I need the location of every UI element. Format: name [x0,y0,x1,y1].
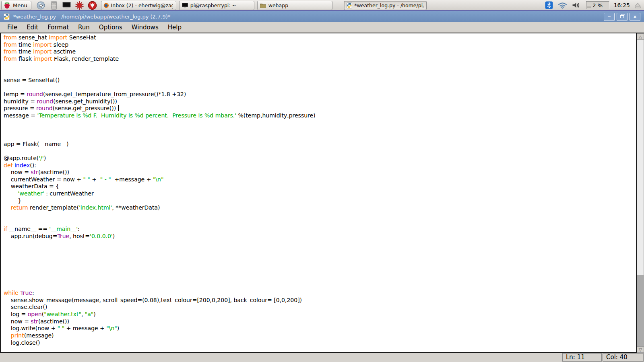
task-firefox-inbox[interactable]: Inbox (2) - ehertwig@zagros... [101,1,176,10]
close-button[interactable]: × [630,13,640,21]
code-line: if __name__ == '__main__': [4,226,636,233]
code-line: return render_template('index.html', **w… [4,204,636,212]
web-browser-icon[interactable] [36,0,46,10]
terminal-window-icon [182,2,188,9]
editor-area: from sense_hat import SenseHatfrom time … [0,33,644,353]
code-line [4,148,636,155]
clock[interactable]: 16:25 [614,2,630,8]
raspberry-pi-icon [3,2,11,9]
menu-options[interactable]: Options [95,24,126,31]
system-tray: 2 % 16:25 [545,1,644,9]
firefox-icon [103,2,109,9]
task-label: pi@raspberrypi: ~ [190,2,236,8]
code-line [4,276,636,283]
scrollbar-thumb[interactable] [637,40,644,275]
status-line-indicator: Ln: 11 [562,353,602,362]
cpu-usage-monitor[interactable]: 2 % [586,1,609,9]
code-line: currentWeather = now + " " + " - " +mess… [4,176,636,183]
python-file-icon [3,13,10,20]
minimize-button[interactable]: − [604,13,615,21]
statusbar: Ln: 11 Col: 40 [0,353,644,362]
code-line [4,119,636,127]
code-line [4,134,636,141]
file-manager-icon[interactable] [49,0,59,10]
code-line: from sense_hat import SenseHat [4,34,636,41]
window-title: *weather_log.py - /home/pi/webapp/weathe… [13,14,170,20]
code-line: def index(): [4,162,636,169]
code-line: print(message) [4,332,636,339]
code-line: from time import asctime [4,48,636,56]
code-line: sense = SenseHat() [4,77,636,84]
task-label: webapp [268,2,288,8]
code-line [4,70,636,77]
taskbar: Menu [0,0,644,11]
menu-help[interactable]: Help [164,24,186,31]
code-line: app.run(debug=True, host='0.0.0.0') [4,233,636,240]
maximize-icon [620,15,624,18]
menubar: FileEditFormatRunOptionsWindowsHelp [0,22,644,33]
code-line: while True: [4,290,636,297]
code-line [4,268,636,276]
code-line: @app.route('/') [4,155,636,162]
terminal-icon[interactable] [62,0,72,10]
text-cursor [118,105,119,111]
python-file-icon [346,2,353,9]
code-line: now = str(asctime()) [4,318,636,325]
code-line: sense.clear() [4,304,636,311]
titlebar[interactable]: *weather_log.py - /home/pi/webapp/weathe… [0,11,644,22]
cpu-usage-value: 2 % [592,2,603,8]
task-idle-weather-log[interactable]: *weather_log.py - /home/pi/... [344,1,427,10]
launcher-bar [36,0,97,10]
status-column-indicator: Col: 40 [603,353,644,362]
code-line: message = 'Temperature is %d F. Humidity… [4,112,636,119]
code-line [4,126,636,134]
code-line: from flask import Flask, render_template [4,56,636,63]
code-line [4,282,636,290]
menu-edit[interactable]: Edit [23,24,42,31]
menu-windows[interactable]: Windows [128,24,163,31]
code-editor[interactable]: from sense_hat import SenseHatfrom time … [0,33,637,353]
task-list: Inbox (2) - ehertwig@zagros... pi@raspbe… [101,1,429,10]
scroll-down-button[interactable]: ▽ [637,346,644,353]
code-line: now = str(asctime()) [4,169,636,176]
menu-run[interactable]: Run [74,24,94,31]
code-line [4,212,636,219]
menu-label: Menu [13,2,27,8]
menu-button[interactable]: Menu [1,1,31,10]
code-line: temp = round(sense.get_temperature_from_… [4,91,636,98]
code-line: weatherData = { [4,183,636,190]
wifi-icon[interactable] [557,2,568,9]
maximize-button[interactable] [617,13,627,21]
code-line: from time import sleep [4,41,636,49]
volume-icon[interactable] [572,2,582,9]
code-line: log.write(now + " " + message + "\n") [4,325,636,332]
task-webapp-folder[interactable]: webapp [257,1,332,10]
window-controls: − × [604,13,640,21]
code-line [4,247,636,254]
task-label: Inbox (2) - ehertwig@zagros... [111,2,173,8]
vertical-scrollbar[interactable]: △ ▽ [637,33,644,353]
code-line: sense.show_message(message, scroll_speed… [4,297,636,304]
code-line [4,254,636,261]
menu-file[interactable]: File [3,24,21,31]
code-line: log = open("weather.txt", "a") [4,311,636,318]
code-line: log.close() [4,339,636,347]
wolfram-icon[interactable] [87,0,97,10]
task-terminal[interactable]: pi@raspberrypi: ~ [179,1,254,10]
code-line: } [4,197,636,205]
cpu-graph [587,6,591,8]
code-line [4,240,636,247]
code-line [4,63,636,70]
bluetooth-icon[interactable] [545,1,553,9]
code-line [4,261,636,269]
eject-icon[interactable] [634,2,641,9]
code-line: humidity = round(sense.get_humidity()) [4,98,636,105]
mathematica-icon[interactable] [74,0,85,10]
task-label: *weather_log.py - /home/pi/... [354,2,423,8]
scroll-up-button[interactable]: △ [637,33,644,40]
code-line: pressure = round(sense.get_pressure()) [4,105,636,112]
menu-format[interactable]: Format [43,24,73,31]
code-line [4,219,636,226]
code-lines: from sense_hat import SenseHatfrom time … [4,34,636,346]
code-line: 'weather' : currentWeather [4,190,636,197]
